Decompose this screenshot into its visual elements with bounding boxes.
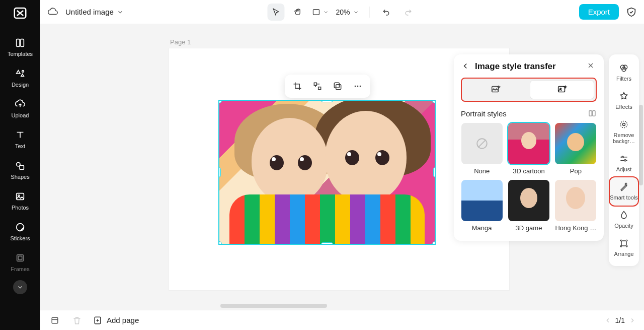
vertical-scrollbar[interactable] xyxy=(639,105,643,185)
resize-handle-br[interactable] xyxy=(432,241,436,245)
frames-icon xyxy=(14,252,26,264)
rail-item-remove-bg[interactable]: Remove backgr… xyxy=(610,115,638,149)
compare-icon[interactable] xyxy=(588,109,597,118)
sidebar-item-label: Frames xyxy=(11,266,29,272)
delete-button xyxy=(70,314,84,327)
panel-close-button[interactable] xyxy=(587,61,597,72)
rail-item-label: Adjust xyxy=(616,166,632,172)
style-tab-reference[interactable] xyxy=(530,81,594,99)
zoom-value: 20% xyxy=(336,8,350,16)
resize-handle-mb[interactable] xyxy=(321,242,333,245)
cloud-sync-icon[interactable] xyxy=(47,7,58,18)
prev-page-button xyxy=(604,317,611,324)
hand-tool-button[interactable] xyxy=(289,4,306,21)
sidebar-item-upload[interactable]: Upload xyxy=(0,94,40,124)
zoom-dropdown[interactable]: 20% xyxy=(334,8,361,16)
style-thumb-manga xyxy=(461,180,503,221)
sidebar-item-photos[interactable]: Photos xyxy=(0,186,40,217)
add-page-label: Add page xyxy=(107,316,139,324)
style-option-3d-game[interactable]: 3D game xyxy=(508,180,549,232)
rail-item-effects[interactable]: Effects xyxy=(610,87,638,115)
smart-tools-icon xyxy=(618,181,629,192)
style-label: Pop xyxy=(570,167,582,175)
export-button[interactable]: Export xyxy=(579,4,619,20)
sidebar-item-templates[interactable]: Templates xyxy=(0,32,40,63)
sidebar-item-shapes[interactable]: Shapes xyxy=(0,155,40,186)
photos-icon xyxy=(14,190,26,203)
sidebar-item-frames[interactable]: Frames xyxy=(0,247,40,278)
sidebar-item-text[interactable]: Text xyxy=(0,124,40,155)
sidebar-item-design[interactable]: Design xyxy=(0,63,40,94)
resize-handle-tr[interactable] xyxy=(432,100,436,103)
svg-rect-10 xyxy=(18,256,22,259)
arrange-icon xyxy=(618,238,629,249)
text-icon xyxy=(14,129,26,141)
shapes-icon xyxy=(14,160,26,172)
image-ref-icon xyxy=(556,84,568,95)
selected-image[interactable] xyxy=(218,100,436,245)
rail-item-opacity[interactable]: Opacity xyxy=(610,206,638,234)
rail-item-label: Smart tools xyxy=(610,194,638,201)
rail-item-adjust[interactable]: Adjust xyxy=(610,149,638,177)
sidebar-item-label: Text xyxy=(15,143,25,149)
resize-handle-mr[interactable] xyxy=(433,167,436,177)
style-option-hong-kong[interactable]: Hong Kong … xyxy=(555,180,597,232)
rail-item-label: Opacity xyxy=(614,223,633,229)
canvas-area[interactable]: Page 1 Image style t xyxy=(40,24,644,310)
rail-item-label: Remove backgr… xyxy=(610,132,638,144)
horizontal-scrollbar[interactable] xyxy=(220,304,327,308)
sidebar-item-stickers[interactable]: Stickers xyxy=(0,217,40,247)
svg-rect-2 xyxy=(21,39,24,47)
redo-button xyxy=(400,4,417,21)
image-context-toolbar xyxy=(285,75,370,98)
rail-item-label: Filters xyxy=(616,76,631,82)
app-logo[interactable] xyxy=(11,4,29,22)
sidebar-scroll-down[interactable] xyxy=(13,280,27,294)
style-option-manga[interactable]: Manga xyxy=(461,180,503,232)
portrait-styles-heading: Portrait styles xyxy=(461,109,507,118)
panel-back-button[interactable] xyxy=(461,61,471,72)
right-properties-rail: Filters Effects Remove backgr… Adjust Sm… xyxy=(609,54,639,266)
sidebar-item-label: Templates xyxy=(8,51,33,57)
rail-item-label: Arrange xyxy=(614,251,633,257)
resize-handle-ml[interactable] xyxy=(218,167,221,177)
replace-button[interactable] xyxy=(309,78,326,95)
duplicate-button[interactable] xyxy=(329,78,346,95)
svg-rect-1 xyxy=(17,39,20,47)
svg-rect-12 xyxy=(314,83,316,85)
page-indicator: 1/1 xyxy=(615,316,625,324)
topbar: Untitled image 20% Export xyxy=(40,0,644,24)
style-label: None xyxy=(474,167,490,175)
panel-title: Image style transfer xyxy=(475,61,583,72)
filters-icon xyxy=(618,62,629,74)
crop-button[interactable] xyxy=(289,78,306,95)
resize-handle-bl[interactable] xyxy=(218,241,222,245)
add-page-button[interactable]: Add page xyxy=(93,315,139,325)
shield-icon[interactable] xyxy=(626,7,637,18)
style-option-pop[interactable]: Pop xyxy=(555,123,597,175)
document-title[interactable]: Untitled image xyxy=(65,8,124,16)
svg-point-3 xyxy=(22,71,24,73)
svg-rect-11 xyxy=(313,9,319,15)
adjust-icon xyxy=(618,153,629,164)
image-content xyxy=(219,101,435,244)
page-label: Page 1 xyxy=(170,38,191,46)
resize-handle-mt[interactable] xyxy=(321,100,333,102)
style-tab-presets[interactable] xyxy=(464,81,527,99)
layers-button[interactable] xyxy=(48,314,61,327)
style-thumb-hong-kong xyxy=(555,180,596,221)
rail-item-filters[interactable]: Filters xyxy=(610,58,638,87)
rail-item-smart-tools[interactable]: Smart tools xyxy=(610,177,638,206)
svg-rect-6 xyxy=(17,193,24,200)
templates-icon xyxy=(14,37,26,49)
more-button[interactable] xyxy=(349,78,366,95)
undo-button[interactable] xyxy=(378,4,395,21)
style-option-none[interactable]: None xyxy=(461,123,503,175)
canvas-size-dropdown[interactable] xyxy=(311,8,329,17)
svg-rect-15 xyxy=(334,83,339,88)
rail-item-arrange[interactable]: Arrange xyxy=(610,234,638,262)
select-tool-button[interactable] xyxy=(267,4,284,21)
chevron-down-icon xyxy=(117,9,124,16)
style-option-3d-cartoon[interactable]: 3D cartoon xyxy=(508,123,549,175)
style-label: 3D cartoon xyxy=(513,167,545,175)
